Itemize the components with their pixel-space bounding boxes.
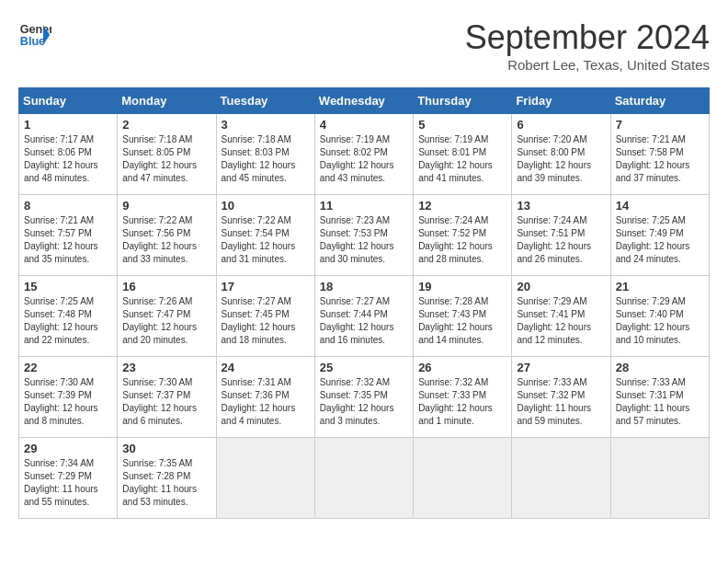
cell-info: Sunrise: 7:19 AMSunset: 8:02 PMDaylight:… — [320, 133, 408, 185]
day-number: 8 — [24, 199, 112, 213]
day-number: 2 — [122, 118, 210, 132]
calendar-cell: 3Sunrise: 7:18 AMSunset: 8:03 PMDaylight… — [216, 114, 314, 195]
cell-info: Sunrise: 7:27 AMSunset: 7:44 PMDaylight:… — [320, 295, 408, 347]
month-title: September 2024 — [465, 18, 710, 57]
cell-info: Sunrise: 7:32 AMSunset: 7:33 PMDaylight:… — [418, 376, 506, 428]
calendar-cell: 23Sunrise: 7:30 AMSunset: 7:37 PMDayligh… — [118, 357, 216, 438]
calendar-cell: 28Sunrise: 7:33 AMSunset: 7:31 PMDayligh… — [610, 357, 709, 438]
day-number: 16 — [122, 280, 210, 293]
cell-info: Sunrise: 7:27 AMSunset: 7:45 PMDaylight:… — [222, 295, 310, 347]
calendar-table: SundayMondayTuesdayWednesdayThursdayFrid… — [18, 87, 710, 519]
day-number: 22 — [24, 361, 112, 374]
day-number: 19 — [418, 280, 506, 293]
cell-info: Sunrise: 7:26 AMSunset: 7:47 PMDaylight:… — [122, 295, 210, 347]
weekday-header-wednesday: Wednesday — [314, 88, 413, 114]
calendar-cell: 18Sunrise: 7:27 AMSunset: 7:44 PMDayligh… — [314, 276, 413, 357]
day-number: 26 — [418, 361, 506, 374]
day-number: 14 — [616, 199, 704, 213]
calendar-cell: 1Sunrise: 7:17 AMSunset: 8:06 PMDaylight… — [19, 114, 118, 195]
page-header: General Blue September 2024 Robert Lee, … — [18, 18, 710, 73]
day-number: 10 — [222, 199, 310, 213]
cell-info: Sunrise: 7:21 AMSunset: 7:57 PMDaylight:… — [24, 214, 112, 266]
calendar-cell: 25Sunrise: 7:32 AMSunset: 7:35 PMDayligh… — [314, 357, 413, 438]
cell-info: Sunrise: 7:19 AMSunset: 8:01 PMDaylight:… — [418, 133, 506, 185]
cell-info: Sunrise: 7:23 AMSunset: 7:53 PMDaylight:… — [320, 214, 408, 266]
calendar-cell: 10Sunrise: 7:22 AMSunset: 7:54 PMDayligh… — [216, 195, 314, 276]
calendar-cell: 20Sunrise: 7:29 AMSunset: 7:41 PMDayligh… — [512, 276, 610, 357]
day-number: 7 — [616, 118, 704, 132]
calendar-week-5: 29Sunrise: 7:34 AMSunset: 7:29 PMDayligh… — [19, 438, 710, 519]
calendar-cell: 6Sunrise: 7:20 AMSunset: 8:00 PMDaylight… — [512, 114, 610, 195]
day-number: 15 — [24, 280, 112, 293]
weekday-header-friday: Friday — [512, 88, 610, 114]
weekday-header-saturday: Saturday — [610, 88, 709, 114]
weekday-header-row: SundayMondayTuesdayWednesdayThursdayFrid… — [19, 88, 710, 114]
cell-info: Sunrise: 7:29 AMSunset: 7:41 PMDaylight:… — [517, 295, 605, 347]
day-number: 23 — [122, 361, 210, 374]
cell-info: Sunrise: 7:24 AMSunset: 7:51 PMDaylight:… — [517, 214, 605, 266]
cell-info: Sunrise: 7:30 AMSunset: 7:39 PMDaylight:… — [24, 376, 112, 428]
calendar-week-2: 8Sunrise: 7:21 AMSunset: 7:57 PMDaylight… — [19, 195, 710, 276]
calendar-cell: 19Sunrise: 7:28 AMSunset: 7:43 PMDayligh… — [414, 276, 512, 357]
cell-info: Sunrise: 7:22 AMSunset: 7:54 PMDaylight:… — [222, 214, 310, 266]
calendar-cell: 14Sunrise: 7:25 AMSunset: 7:49 PMDayligh… — [610, 195, 709, 276]
location-subtitle: Robert Lee, Texas, United States — [465, 57, 710, 73]
calendar-cell: 11Sunrise: 7:23 AMSunset: 7:53 PMDayligh… — [314, 195, 413, 276]
calendar-cell: 17Sunrise: 7:27 AMSunset: 7:45 PMDayligh… — [216, 276, 314, 357]
day-number: 20 — [517, 280, 605, 293]
cell-info: Sunrise: 7:18 AMSunset: 8:05 PMDaylight:… — [122, 133, 210, 185]
day-number: 27 — [517, 361, 605, 374]
cell-info: Sunrise: 7:25 AMSunset: 7:49 PMDaylight:… — [616, 214, 704, 266]
cell-info: Sunrise: 7:24 AMSunset: 7:52 PMDaylight:… — [418, 214, 506, 266]
calendar-cell — [414, 438, 512, 519]
calendar-cell: 16Sunrise: 7:26 AMSunset: 7:47 PMDayligh… — [118, 276, 216, 357]
cell-info: Sunrise: 7:35 AMSunset: 7:28 PMDaylight:… — [122, 457, 210, 509]
calendar-week-4: 22Sunrise: 7:30 AMSunset: 7:39 PMDayligh… — [19, 357, 710, 438]
calendar-cell: 15Sunrise: 7:25 AMSunset: 7:48 PMDayligh… — [19, 276, 118, 357]
logo-icon: General Blue — [18, 18, 51, 52]
calendar-cell: 29Sunrise: 7:34 AMSunset: 7:29 PMDayligh… — [19, 438, 118, 519]
day-number: 30 — [122, 442, 210, 455]
calendar-cell: 5Sunrise: 7:19 AMSunset: 8:01 PMDaylight… — [414, 114, 512, 195]
day-number: 25 — [320, 361, 408, 374]
calendar-cell — [216, 438, 314, 519]
day-number: 4 — [320, 118, 408, 132]
day-number: 28 — [616, 361, 704, 374]
calendar-cell — [610, 438, 709, 519]
day-number: 24 — [222, 361, 310, 374]
cell-info: Sunrise: 7:28 AMSunset: 7:43 PMDaylight:… — [418, 295, 506, 347]
calendar-cell: 22Sunrise: 7:30 AMSunset: 7:39 PMDayligh… — [19, 357, 118, 438]
day-number: 18 — [320, 280, 408, 293]
day-number: 6 — [517, 118, 605, 132]
svg-text:Blue: Blue — [20, 35, 45, 48]
calendar-cell: 9Sunrise: 7:22 AMSunset: 7:56 PMDaylight… — [118, 195, 216, 276]
calendar-cell: 26Sunrise: 7:32 AMSunset: 7:33 PMDayligh… — [414, 357, 512, 438]
calendar-cell: 13Sunrise: 7:24 AMSunset: 7:51 PMDayligh… — [512, 195, 610, 276]
title-area: September 2024 Robert Lee, Texas, United… — [465, 18, 710, 73]
day-number: 21 — [616, 280, 704, 293]
day-number: 29 — [24, 442, 112, 455]
weekday-header-sunday: Sunday — [19, 88, 118, 114]
calendar-cell: 24Sunrise: 7:31 AMSunset: 7:36 PMDayligh… — [216, 357, 314, 438]
day-number: 1 — [24, 118, 112, 132]
cell-info: Sunrise: 7:22 AMSunset: 7:56 PMDaylight:… — [122, 214, 210, 266]
calendar-cell: 4Sunrise: 7:19 AMSunset: 8:02 PMDaylight… — [314, 114, 413, 195]
weekday-header-monday: Monday — [118, 88, 216, 114]
cell-info: Sunrise: 7:21 AMSunset: 7:58 PMDaylight:… — [616, 133, 704, 185]
calendar-cell: 2Sunrise: 7:18 AMSunset: 8:05 PMDaylight… — [118, 114, 216, 195]
day-number: 11 — [320, 199, 408, 213]
logo: General Blue — [18, 18, 51, 52]
day-number: 17 — [222, 280, 310, 293]
cell-info: Sunrise: 7:18 AMSunset: 8:03 PMDaylight:… — [222, 133, 310, 185]
calendar-cell: 30Sunrise: 7:35 AMSunset: 7:28 PMDayligh… — [118, 438, 216, 519]
cell-info: Sunrise: 7:31 AMSunset: 7:36 PMDaylight:… — [222, 376, 310, 428]
weekday-header-thursday: Thursday — [414, 88, 512, 114]
calendar-week-3: 15Sunrise: 7:25 AMSunset: 7:48 PMDayligh… — [19, 276, 710, 357]
cell-info: Sunrise: 7:33 AMSunset: 7:32 PMDaylight:… — [517, 376, 605, 428]
calendar-cell: 8Sunrise: 7:21 AMSunset: 7:57 PMDaylight… — [19, 195, 118, 276]
cell-info: Sunrise: 7:30 AMSunset: 7:37 PMDaylight:… — [122, 376, 210, 428]
day-number: 12 — [418, 199, 506, 213]
cell-info: Sunrise: 7:25 AMSunset: 7:48 PMDaylight:… — [24, 295, 112, 347]
calendar-cell: 21Sunrise: 7:29 AMSunset: 7:40 PMDayligh… — [610, 276, 709, 357]
calendar-cell: 27Sunrise: 7:33 AMSunset: 7:32 PMDayligh… — [512, 357, 610, 438]
